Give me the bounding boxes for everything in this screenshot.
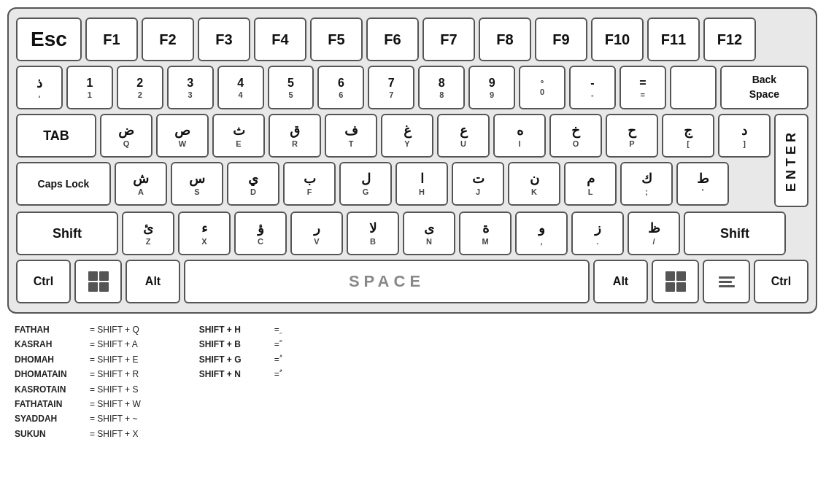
key-z[interactable]: ئZ bbox=[122, 212, 174, 255]
legend: FATHAH = SHIFT + Q KASRAH = SHIFT + A DH… bbox=[7, 322, 819, 441]
legend-entry: SUKUN = SHIFT + X bbox=[15, 427, 141, 441]
key-e[interactable]: ثE bbox=[212, 114, 265, 158]
key-f11[interactable]: F11 bbox=[647, 18, 700, 61]
key-ctrl-right[interactable]: Ctrl bbox=[754, 260, 808, 303]
key-f7[interactable]: F7 bbox=[422, 18, 475, 61]
key-f6[interactable]: F6 bbox=[366, 18, 419, 61]
legend-key-name: SHIFT + B bbox=[199, 337, 269, 352]
key-ctrl-left[interactable]: Ctrl bbox=[16, 260, 71, 303]
key-0[interactable]: °0 bbox=[519, 66, 566, 109]
key-j[interactable]: تJ bbox=[452, 162, 504, 206]
key-equal[interactable]: == bbox=[620, 66, 666, 109]
key-p[interactable]: حP bbox=[606, 114, 658, 158]
key-semicolon[interactable]: ك; bbox=[620, 162, 673, 206]
key-q[interactable]: ضQ bbox=[100, 114, 153, 158]
key-backspace[interactable]: BackSpace bbox=[720, 66, 808, 109]
key-f3[interactable]: F3 bbox=[198, 18, 250, 61]
key-2[interactable]: 22 bbox=[117, 66, 163, 109]
key-win-right[interactable] bbox=[652, 260, 699, 303]
key-o[interactable]: خO bbox=[549, 114, 602, 158]
legend-key-name: KASRAH bbox=[15, 337, 84, 352]
key-f[interactable]: بF bbox=[283, 162, 336, 206]
legend-key-combo: = SHIFT + A bbox=[90, 337, 138, 352]
menu-icon bbox=[719, 276, 735, 287]
shift-row: Shift ئZ ءX ؤC رV لاB ىN ةM و, ز. ظ/ bbox=[16, 212, 808, 255]
legend-key-name: FATHAH bbox=[15, 322, 84, 337]
legend-entry: SHIFT + B = ً bbox=[199, 337, 282, 352]
key-shift-left[interactable]: Shift bbox=[16, 212, 118, 255]
key-alt-right[interactable]: Alt bbox=[593, 260, 648, 303]
key-f8[interactable]: F8 bbox=[479, 18, 531, 61]
key-f4[interactable]: F4 bbox=[254, 18, 306, 61]
key-caps-lock[interactable]: Caps Lock bbox=[16, 162, 111, 206]
key-f2[interactable]: F2 bbox=[142, 18, 194, 61]
key-blank[interactable] bbox=[670, 66, 717, 109]
legend-entry: FATHATAIN = SHIFT + W bbox=[15, 397, 141, 411]
legend-entry: DHOMAH = SHIFT + E bbox=[15, 352, 141, 367]
key-f5[interactable]: F5 bbox=[310, 18, 363, 61]
legend-key-name: SHIFT + H bbox=[199, 322, 269, 337]
key-b[interactable]: لاB bbox=[347, 212, 399, 255]
key-9[interactable]: 99 bbox=[468, 66, 515, 109]
key-alt-left[interactable]: Alt bbox=[126, 260, 180, 303]
key-f12[interactable]: F12 bbox=[703, 18, 756, 61]
key-5[interactable]: 55 bbox=[268, 66, 314, 109]
key-s[interactable]: سS bbox=[171, 162, 223, 206]
legend-entry: FATHAH = SHIFT + Q bbox=[15, 322, 141, 337]
key-x[interactable]: ءX bbox=[178, 212, 231, 255]
bottom-row: Ctrl Alt SPACE Alt Ctrl bbox=[16, 260, 808, 303]
key-6[interactable]: 66 bbox=[317, 66, 364, 109]
legend-key-name: SHIFT + N bbox=[199, 367, 269, 381]
key-t[interactable]: فT bbox=[325, 114, 377, 158]
key-esc[interactable]: Esc bbox=[16, 18, 82, 61]
legend-key-combo: = SHIFT + W bbox=[90, 397, 141, 411]
legend-key-combo: = ِ bbox=[274, 322, 282, 337]
legend-key-combo: = SHIFT + X bbox=[90, 427, 138, 441]
key-space[interactable]: SPACE bbox=[184, 260, 590, 303]
key-quote[interactable]: ط' bbox=[676, 162, 729, 206]
legend-key-name: SHIFT + G bbox=[199, 352, 269, 367]
key-u[interactable]: عU bbox=[437, 114, 490, 158]
key-tab[interactable]: TAB bbox=[16, 114, 96, 158]
legend-key-combo: = SHIFT + ~ bbox=[90, 411, 137, 426]
key-win-left[interactable] bbox=[74, 260, 122, 303]
key-7[interactable]: 77 bbox=[368, 66, 414, 109]
legend-key-name: FATHATAIN bbox=[15, 397, 84, 411]
legend-key-combo: = ُ bbox=[274, 352, 282, 367]
key-period[interactable]: ز. bbox=[571, 212, 624, 255]
key-menu[interactable] bbox=[703, 260, 750, 303]
key-3[interactable]: 33 bbox=[167, 66, 214, 109]
key-i[interactable]: هI bbox=[493, 114, 546, 158]
key-n[interactable]: ىN bbox=[403, 212, 455, 255]
key-f9[interactable]: F9 bbox=[535, 18, 587, 61]
key-8[interactable]: 88 bbox=[418, 66, 465, 109]
key-minus[interactable]: -- bbox=[569, 66, 616, 109]
key-tilde[interactable]: ذ ، bbox=[16, 66, 63, 109]
key-d[interactable]: يD bbox=[227, 162, 279, 206]
key-k[interactable]: نK bbox=[508, 162, 560, 206]
legend-entry: SHIFT + G = ُ bbox=[199, 352, 282, 367]
key-1[interactable]: 11 bbox=[66, 66, 113, 109]
key-a[interactable]: شA bbox=[115, 162, 167, 206]
windows-icon-left bbox=[88, 271, 109, 292]
key-w[interactable]: صW bbox=[156, 114, 209, 158]
key-slash[interactable]: ظ/ bbox=[628, 212, 680, 255]
key-shift-right[interactable]: Shift bbox=[684, 212, 786, 255]
legend-key-combo: = SHIFT + E bbox=[90, 352, 138, 367]
key-v[interactable]: رV bbox=[290, 212, 343, 255]
key-comma[interactable]: و, bbox=[515, 212, 568, 255]
key-h[interactable]: اH bbox=[395, 162, 448, 206]
key-f10[interactable]: F10 bbox=[591, 18, 644, 61]
key-y[interactable]: غY bbox=[381, 114, 433, 158]
legend-entry: KASRAH = SHIFT + A bbox=[15, 337, 141, 352]
key-c[interactable]: ؤC bbox=[234, 212, 287, 255]
key-4[interactable]: 44 bbox=[217, 66, 264, 109]
key-f1[interactable]: F1 bbox=[85, 18, 138, 61]
key-g[interactable]: لG bbox=[339, 162, 392, 206]
key-bracket-open[interactable]: ج[ bbox=[662, 114, 714, 158]
key-r[interactable]: قR bbox=[269, 114, 321, 158]
key-l[interactable]: مL bbox=[564, 162, 617, 206]
key-enter[interactable]: ENTER bbox=[774, 114, 808, 207]
key-m[interactable]: ةM bbox=[459, 212, 512, 255]
key-bracket-close[interactable]: د] bbox=[718, 114, 771, 158]
